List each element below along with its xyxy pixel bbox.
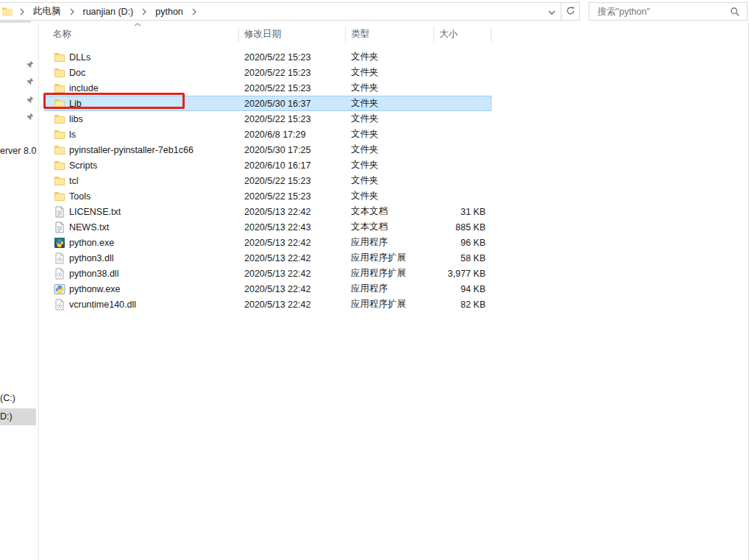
file-size <box>434 173 491 188</box>
file-date-modified: 2020/6/8 17:29 <box>239 127 346 142</box>
sidebar-item-c-drive[interactable]: (C:) <box>0 393 37 403</box>
search-input[interactable] <box>589 7 730 17</box>
address-dropdown-button[interactable] <box>543 3 561 20</box>
file-name-cell: Doc <box>44 65 239 80</box>
file-size <box>434 96 491 111</box>
file-name: Lib <box>69 99 82 109</box>
file-type: 应用程序扩展 <box>346 266 434 281</box>
file-date-modified: 2020/5/22 15:23 <box>239 80 346 96</box>
file-size <box>434 65 491 80</box>
file-row[interactable]: Scripts 2020/6/10 16:17 文件夹 <box>44 157 491 173</box>
file-type: 文件夹 <box>346 157 434 173</box>
file-size: 96 KB <box>434 235 491 250</box>
file-type: 文件夹 <box>346 49 434 65</box>
file-type: 文本文档 <box>346 219 434 235</box>
file-size <box>434 142 491 157</box>
file-name-cell: pythonw.exe <box>44 281 239 297</box>
file-size: 31 KB <box>434 204 491 219</box>
column-resize-handle[interactable] <box>491 26 491 42</box>
file-list: DLLs 2020/5/22 15:23 文件夹 Doc 2020/5/22 1… <box>44 49 491 312</box>
column-header-date[interactable]: 修改日期 <box>239 24 346 43</box>
pin-icon[interactable] <box>25 76 35 85</box>
file-row[interactable]: tcl 2020/5/22 15:23 文件夹 <box>44 173 491 188</box>
file-date-modified: 2020/5/13 22:42 <box>239 250 346 266</box>
sidebar-item-server[interactable]: erver 8.0 <box>0 146 37 156</box>
file-name: tcl <box>69 176 79 186</box>
column-header-size[interactable]: 大小 <box>434 24 491 43</box>
pin-icon[interactable] <box>25 94 35 104</box>
file-row[interactable]: include 2020/5/22 15:23 文件夹 <box>44 80 491 96</box>
file-size: 82 KB <box>434 297 491 312</box>
folder-icon <box>54 160 65 171</box>
file-row[interactable]: NEWS.txt 2020/5/13 22:43 文本文档 885 KB <box>44 219 491 235</box>
folder-icon <box>54 191 65 202</box>
refresh-button[interactable] <box>561 3 579 20</box>
file-row[interactable]: pythonw.exe 2020/5/13 22:42 应用程序 94 KB <box>44 281 491 297</box>
column-header-name[interactable]: 名称 <box>44 24 239 43</box>
file-row[interactable]: pyinstaller-pyinstaller-7eb1c66 2020/5/3… <box>44 142 491 157</box>
file-size: 3,977 KB <box>434 266 491 281</box>
file-name-cell: vcruntime140.dll <box>44 297 239 312</box>
file-row[interactable]: Lib 2020/5/30 16:37 文件夹 <box>44 96 491 111</box>
file-name-cell: python.exe <box>44 235 239 250</box>
file-name-cell: ls <box>44 127 239 142</box>
address-bar[interactable]: 此电脑ruanjian (D:)python <box>0 2 580 21</box>
file-type: 文件夹 <box>346 65 434 80</box>
file-date-modified: 2020/5/13 22:42 <box>239 266 346 281</box>
folder-icon <box>54 129 65 141</box>
pin-icon[interactable] <box>25 111 35 121</box>
breadcrumb-chevron-icon[interactable] <box>63 8 81 15</box>
file-row[interactable]: Tools 2020/5/22 15:23 文件夹 <box>44 188 491 204</box>
file-name: libs <box>69 114 83 124</box>
python-app-w-icon <box>54 283 65 295</box>
file-row[interactable]: python3.dll 2020/5/13 22:42 应用程序扩展 58 KB <box>44 250 491 266</box>
file-date-modified: 2020/6/10 16:17 <box>239 157 346 173</box>
file-date-modified: 2020/5/13 22:42 <box>239 297 346 312</box>
file-name: LICENSE.txt <box>69 207 121 217</box>
column-header-type[interactable]: 类型 <box>346 24 434 43</box>
file-row[interactable]: ls 2020/6/8 17:29 文件夹 <box>44 127 491 142</box>
file-row[interactable]: DLLs 2020/5/22 15:23 文件夹 <box>44 49 491 65</box>
file-date-modified: 2020/5/13 22:42 <box>239 235 346 250</box>
current-folder-icon <box>1 6 13 18</box>
pane-divider[interactable] <box>38 23 39 560</box>
file-name: include <box>69 83 99 93</box>
file-size: 885 KB <box>434 219 491 235</box>
breadcrumb-chevron-icon[interactable] <box>13 8 31 15</box>
file-row[interactable]: libs 2020/5/22 15:23 文件夹 <box>44 111 491 127</box>
breadcrumb-item[interactable]: python <box>153 7 185 17</box>
file-name-cell: Scripts <box>44 157 239 173</box>
breadcrumb-item[interactable]: 此电脑 <box>31 5 63 18</box>
file-name: python38.dll <box>69 269 118 279</box>
file-name-cell: DLLs <box>44 49 239 65</box>
file-date-modified: 2020/5/22 15:23 <box>239 173 346 188</box>
breadcrumb-item[interactable]: ruanjian (D:) <box>81 7 136 17</box>
file-row[interactable]: Doc 2020/5/22 15:23 文件夹 <box>44 65 491 80</box>
file-type: 文件夹 <box>346 173 434 188</box>
file-name-cell: Tools <box>44 188 239 204</box>
file-size <box>434 157 491 173</box>
pin-icon[interactable] <box>25 59 35 68</box>
python-app-icon <box>54 237 65 249</box>
file-row[interactable]: vcruntime140.dll 2020/5/13 22:42 应用程序扩展 … <box>44 297 491 312</box>
text-file-icon <box>54 206 65 218</box>
toolbar: 此电脑ruanjian (D:)python <box>0 0 749 23</box>
sidebar-item-d-drive[interactable]: D:) <box>0 408 36 425</box>
file-name-cell: python38.dll <box>44 266 239 281</box>
file-name-cell: Lib <box>44 96 239 111</box>
file-name: pyinstaller-pyinstaller-7eb1c66 <box>69 145 194 155</box>
file-row[interactable]: python.exe 2020/5/13 22:42 应用程序 96 KB <box>44 235 491 250</box>
explorer-window: 此电脑ruanjian (D:)python erver 8.0 (C:) D:… <box>0 0 749 560</box>
file-row[interactable]: python38.dll 2020/5/13 22:42 应用程序扩展 3,97… <box>44 266 491 281</box>
file-type: 文件夹 <box>346 142 434 157</box>
file-row[interactable]: LICENSE.txt 2020/5/13 22:42 文本文档 31 KB <box>44 204 491 219</box>
file-date-modified: 2020/5/22 15:23 <box>239 49 346 65</box>
search-icon[interactable] <box>730 7 740 17</box>
file-type: 应用程序 <box>346 281 434 297</box>
dll-file-icon <box>54 299 65 311</box>
breadcrumb-chevron-icon[interactable] <box>135 8 153 15</box>
search-box[interactable] <box>589 2 748 21</box>
breadcrumb-chevron-icon[interactable] <box>185 8 203 15</box>
sort-ascending-icon <box>134 23 141 26</box>
file-name-cell: python3.dll <box>44 250 239 266</box>
